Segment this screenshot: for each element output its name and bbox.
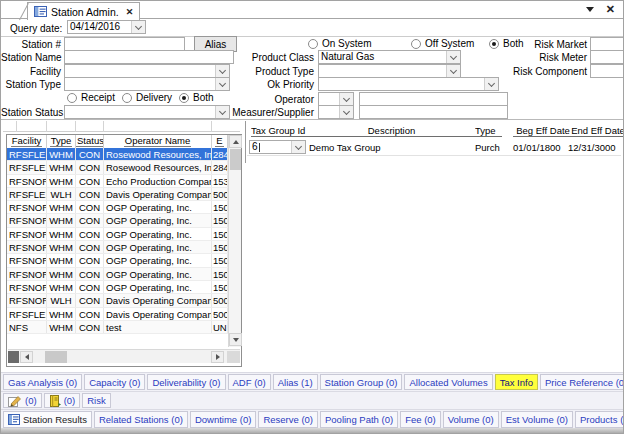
contacts-tab[interactable]: (0) xyxy=(44,393,81,408)
column-header-status[interactable]: Status xyxy=(76,135,104,148)
detail-tab[interactable]: Price Reference (0) xyxy=(540,374,623,390)
query-date-dropdown-icon[interactable] xyxy=(131,21,145,33)
radio-flow-both[interactable]: Both xyxy=(179,92,214,104)
detail-tab[interactable]: Deliverability (0) xyxy=(147,374,225,390)
horizontal-scroll-thumb[interactable] xyxy=(45,351,67,363)
measurer-supplier-code-combo[interactable] xyxy=(318,105,354,119)
detail-tab[interactable]: Tax Info xyxy=(495,374,538,390)
result-tab[interactable]: Products (1) xyxy=(575,411,623,428)
risk-meter-input[interactable] xyxy=(590,50,624,64)
measurer-supplier-name-input[interactable] xyxy=(359,105,508,119)
result-tab[interactable]: Related Stations (0) xyxy=(94,411,188,428)
result-tab-label: Est Volume (0) xyxy=(506,414,568,425)
facility-combo[interactable] xyxy=(64,64,230,78)
cell-type: WHM xyxy=(47,321,76,333)
measurer-supplier-dropdown-icon[interactable] xyxy=(339,106,353,118)
ok-priority-dropdown-icon[interactable] xyxy=(484,78,498,90)
column-header-operator-name[interactable]: Operator Name xyxy=(104,135,212,148)
cell-e: 150 xyxy=(212,268,228,280)
operator-code-combo[interactable] xyxy=(318,92,354,106)
column-header-beg-eff-date[interactable]: Beg Eff Date xyxy=(513,125,573,137)
station-grid-row[interactable]: RFSNORT WHM CON OGP Operating, Inc. 150 xyxy=(7,268,228,281)
radio-off-system[interactable]: Off System xyxy=(411,38,474,50)
scroll-right-icon[interactable] xyxy=(211,351,224,363)
detail-tab[interactable]: Capacity (0) xyxy=(84,374,145,390)
column-header-end-eff-date[interactable]: End Eff Date xyxy=(568,125,624,137)
operator-name-input[interactable] xyxy=(359,92,508,106)
station-name-input[interactable] xyxy=(64,50,234,64)
product-type-combo[interactable] xyxy=(318,64,461,78)
cell-e: 150 xyxy=(212,228,228,240)
result-tab[interactable]: Volume (0) xyxy=(443,411,499,428)
risk-market-input[interactable] xyxy=(590,37,624,51)
detail-tab[interactable]: Gas Analysis (0) xyxy=(3,374,82,390)
horizontal-scrollbar[interactable] xyxy=(8,349,240,363)
station-grid-row[interactable]: NFS WHM CON test UN xyxy=(7,321,228,334)
document-tab-station-admin[interactable]: Station Admin. ✕ xyxy=(27,2,140,20)
station-results-tab[interactable]: Station Results xyxy=(3,411,92,428)
column-header-type[interactable]: Type xyxy=(47,135,76,148)
vertical-scrollbar[interactable] xyxy=(228,135,241,347)
product-class-dropdown-icon[interactable] xyxy=(446,51,460,63)
radio-delivery-circle[interactable] xyxy=(122,93,132,103)
cell-e: 284 xyxy=(212,161,228,173)
scroll-up-icon[interactable] xyxy=(229,135,242,148)
station-grid-row[interactable]: RFSFLEX WHM CON Rosewood Resources, In 2… xyxy=(7,148,228,161)
column-header-facility[interactable]: Facility xyxy=(7,135,47,148)
station-status-dropdown-icon[interactable] xyxy=(215,106,229,118)
query-date-combo[interactable]: 04/14/2016 xyxy=(67,20,146,34)
station-grid-row[interactable]: RFSNORT WHM CON OGP Operating, Inc. 150 xyxy=(7,241,228,254)
scroll-down-icon[interactable] xyxy=(229,333,242,346)
product-class-combo[interactable]: Natural Gas xyxy=(318,50,461,64)
scroll-left-icon[interactable] xyxy=(20,351,33,363)
result-tab[interactable]: Est Volume (0) xyxy=(501,411,573,428)
station-grid-row[interactable]: RFSNORT WHM CON OGP Operating, Inc. 150 xyxy=(7,228,228,241)
detail-tab[interactable]: Alias (1) xyxy=(273,374,318,390)
column-header-type[interactable]: Type xyxy=(475,125,502,137)
column-header-description[interactable]: Description xyxy=(308,125,475,137)
facility-dropdown-icon[interactable] xyxy=(215,65,229,77)
station-grid-row[interactable]: RFSNORT WLH CON Davis Operating Company … xyxy=(7,294,228,307)
radio-receipt-circle[interactable] xyxy=(67,93,77,103)
station-type-combo[interactable] xyxy=(64,77,230,91)
tab-close-icon[interactable]: ✕ xyxy=(126,7,134,17)
tax-group-id-dropdown-icon[interactable] xyxy=(291,141,305,153)
station-grid-row[interactable]: RFSNORT WHM CON OGP Operating, Inc. 150 xyxy=(7,214,228,227)
column-header-tax-group-id[interactable]: Tax Group Id xyxy=(251,125,308,137)
station-grid-row[interactable]: RFSFLEX WHM CON Davis Operating Company … xyxy=(7,308,228,321)
radio-receipt[interactable]: Receipt xyxy=(67,92,115,104)
result-tab[interactable]: Pooling Path (0) xyxy=(320,411,398,428)
vertical-scroll-thumb[interactable] xyxy=(230,149,241,170)
ok-priority-combo[interactable] xyxy=(318,77,499,91)
risk-component-input[interactable] xyxy=(590,64,624,78)
radio-on-system[interactable]: On System xyxy=(308,38,371,50)
station-status-combo[interactable] xyxy=(64,105,230,119)
station-grid-row[interactable]: RFSNORT WHM CON Echo Production Company … xyxy=(7,175,228,188)
operator-code-value xyxy=(319,93,339,105)
risk-tab[interactable]: Risk xyxy=(82,393,110,408)
station-grid-row[interactable]: RFSFLEX WHM CON Rosewood Resources, In 2… xyxy=(7,161,228,174)
product-type-dropdown-icon[interactable] xyxy=(446,65,460,77)
station-type-dropdown-icon[interactable] xyxy=(215,78,229,90)
detail-tab[interactable]: ADF (0) xyxy=(228,374,271,390)
notes-tab[interactable]: (0) xyxy=(3,393,42,408)
station-grid-row[interactable]: RFSNORT WHM CON OGP Operating, Inc. 150 xyxy=(7,201,228,214)
tab-list-caret-icon[interactable] xyxy=(586,7,594,12)
detail-tab[interactable]: Allocated Volumes xyxy=(404,374,492,390)
radio-delivery[interactable]: Delivery xyxy=(122,92,172,104)
station-grid-row[interactable]: RFSNORT WHM CON OGP Operating, Inc. 150 xyxy=(7,254,228,267)
detail-tab[interactable]: Station Group (0) xyxy=(320,374,403,390)
radio-off-system-circle[interactable] xyxy=(411,39,421,49)
station-number-input[interactable] xyxy=(64,37,185,51)
tax-group-id-combo[interactable]: 6 xyxy=(249,140,306,154)
result-tab[interactable]: Fee (0) xyxy=(400,411,441,428)
station-grid-row[interactable]: RFSNORT WHM CON OGP Operating, Inc. 150 xyxy=(7,281,228,294)
column-header-e[interactable]: E xyxy=(212,135,228,148)
radio-on-system-circle[interactable] xyxy=(308,39,318,49)
window-close-icon[interactable]: ✕ xyxy=(606,4,615,14)
operator-dropdown-icon[interactable] xyxy=(339,93,353,105)
station-grid-row[interactable]: RFSFLEX WLH CON Davis Operating Company … xyxy=(7,188,228,201)
result-tab[interactable]: Downtime (0) xyxy=(190,411,257,428)
radio-flow-both-circle[interactable] xyxy=(179,93,189,103)
result-tab[interactable]: Reserve (0) xyxy=(258,411,318,428)
